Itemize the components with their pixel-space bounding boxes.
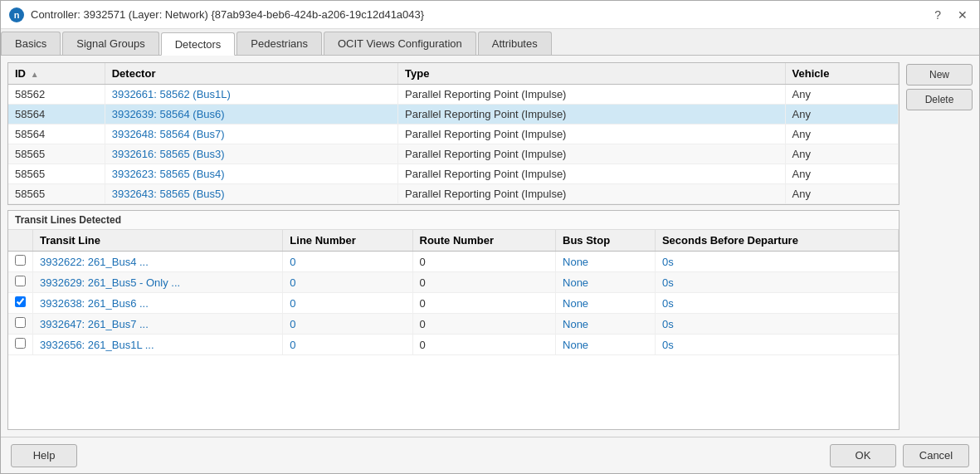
table-row[interactable]: 58564 3932639: 58564 (Bus6) Parallel Rep… (8, 105, 899, 125)
cell-checkbox[interactable] (8, 314, 33, 335)
tab-ocit-views[interactable]: OCIT Views Configuration (324, 32, 476, 55)
lower-table-wrapper[interactable]: Transit Line Line Number Route Number Bu… (8, 230, 899, 429)
list-item[interactable]: 3932629: 261_Bus5 - Only ... 0 0 None 0s (8, 272, 899, 293)
window-title: Controller: 3932571 (Layer: Network) {87… (31, 8, 424, 21)
cancel-button[interactable]: Cancel (903, 444, 969, 467)
cell-id: 58565 (8, 184, 105, 204)
cell-bus-stop: None (556, 314, 656, 335)
transit-checkbox[interactable] (15, 338, 26, 349)
detector-link[interactable]: 3932661: 58562 (Bus1L) (112, 88, 231, 100)
cell-id: 58565 (8, 164, 105, 184)
tab-pedestrians[interactable]: Pedestrians (236, 32, 322, 55)
app-icon: n (9, 7, 24, 22)
list-item[interactable]: 3932647: 261_Bus7 ... 0 0 None 0s (8, 314, 899, 335)
cell-checkbox[interactable] (8, 252, 33, 272)
title-bar-controls: ? ✕ (931, 7, 971, 23)
detector-link[interactable]: 3932616: 58565 (Bus3) (112, 148, 225, 160)
cell-line-number: 0 (283, 252, 412, 272)
main-panel: ID ▲ Detector Type Vehicle 58562 3932661… (7, 62, 900, 430)
lower-section: Transit Lines Detected Transit Line Line… (7, 210, 900, 430)
cell-bus-stop: None (556, 252, 656, 272)
delete-button[interactable]: Delete (906, 89, 973, 110)
cell-bus-stop: None (556, 293, 656, 314)
transit-checkbox[interactable] (15, 255, 26, 266)
cell-checkbox[interactable] (8, 335, 33, 355)
cell-vehicle: Any (785, 184, 898, 204)
lower-table: Transit Line Line Number Route Number Bu… (8, 230, 899, 355)
list-item[interactable]: 3932638: 261_Bus6 ... 0 0 None 0s (8, 293, 899, 314)
cell-detector: 3932639: 58564 (Bus6) (105, 105, 397, 125)
ok-button[interactable]: OK (830, 444, 896, 467)
tab-basics[interactable]: Basics (1, 32, 61, 55)
cell-detector: 3932661: 58562 (Bus1L) (105, 85, 397, 105)
cell-line-number: 0 (283, 335, 412, 355)
cell-id: 58562 (8, 85, 105, 105)
cell-bus-stop: None (556, 272, 656, 293)
col-bus-stop: Bus Stop (556, 230, 656, 252)
cell-route-number: 0 (412, 314, 556, 335)
cell-id: 58565 (8, 144, 105, 164)
cell-transit-line: 3932647: 261_Bus7 ... (33, 314, 283, 335)
cell-line-number: 0 (283, 314, 412, 335)
cell-detector: 3932643: 58565 (Bus5) (105, 184, 397, 204)
close-button[interactable]: ✕ (954, 7, 971, 23)
transit-line-link[interactable]: 3932656: 261_Bus1L ... (40, 339, 154, 351)
cell-checkbox[interactable] (8, 293, 33, 314)
cell-transit-line: 3932622: 261_Bus4 ... (33, 252, 283, 272)
detector-link[interactable]: 3932639: 58564 (Bus6) (112, 108, 225, 120)
help-title-button[interactable]: ? (931, 7, 944, 23)
cell-route-number: 0 (412, 335, 556, 355)
cell-vehicle: Any (785, 144, 898, 164)
cell-route-number: 0 (412, 293, 556, 314)
transit-checkbox[interactable] (15, 317, 26, 328)
table-row[interactable]: 58562 3932661: 58562 (Bus1L) Parallel Re… (8, 85, 899, 105)
cell-line-number: 0 (283, 293, 412, 314)
cell-route-number: 0 (412, 272, 556, 293)
tab-signal-groups[interactable]: Signal Groups (62, 32, 158, 55)
transit-checkbox[interactable] (15, 276, 26, 286)
tabs-bar: Basics Signal Groups Detectors Pedestria… (1, 29, 979, 56)
tab-detectors[interactable]: Detectors (161, 32, 236, 56)
cell-vehicle: Any (785, 85, 898, 105)
table-row[interactable]: 58565 3932623: 58565 (Bus4) Parallel Rep… (8, 164, 899, 184)
detector-link[interactable]: 3932623: 58565 (Bus4) (112, 168, 225, 180)
bottom-right: OK Cancel (830, 444, 969, 467)
cell-checkbox[interactable] (8, 272, 33, 293)
new-button[interactable]: New (906, 64, 973, 86)
cell-type: Parallel Reporting Point (Impulse) (398, 164, 785, 184)
cell-detector: 3932616: 58565 (Bus3) (105, 144, 397, 164)
cell-seconds: 0s (655, 272, 898, 293)
table-row[interactable]: 58565 3932643: 58565 (Bus5) Parallel Rep… (8, 184, 899, 204)
upper-table: ID ▲ Detector Type Vehicle 58562 3932661… (8, 63, 899, 204)
cell-seconds: 0s (655, 293, 898, 314)
transit-line-link[interactable]: 3932647: 261_Bus7 ... (40, 318, 149, 330)
cell-type: Parallel Reporting Point (Impulse) (398, 85, 785, 105)
side-buttons: New Delete (906, 62, 973, 430)
transit-line-link[interactable]: 3932622: 261_Bus4 ... (40, 256, 149, 268)
transit-line-link[interactable]: 3932638: 261_Bus6 ... (40, 297, 149, 310)
table-row[interactable]: 58565 3932616: 58565 (Bus3) Parallel Rep… (8, 144, 899, 164)
cell-vehicle: Any (785, 105, 898, 125)
table-row[interactable]: 58564 3932648: 58564 (Bus7) Parallel Rep… (8, 125, 899, 144)
help-button[interactable]: Help (11, 444, 77, 467)
col-route-number: Route Number (412, 230, 556, 252)
cell-bus-stop: None (556, 335, 656, 355)
cell-type: Parallel Reporting Point (Impulse) (398, 125, 785, 144)
col-line-number: Line Number (283, 230, 412, 252)
detector-link[interactable]: 3932643: 58565 (Bus5) (112, 188, 225, 200)
cell-id: 58564 (8, 105, 105, 125)
list-item[interactable]: 3932622: 261_Bus4 ... 0 0 None 0s (8, 252, 899, 272)
bottom-bar: Help OK Cancel (1, 437, 979, 473)
col-detector: Detector (105, 63, 397, 85)
upper-table-wrapper[interactable]: ID ▲ Detector Type Vehicle 58562 3932661… (8, 63, 899, 204)
transit-line-link[interactable]: 3932629: 261_Bus5 - Only ... (40, 276, 180, 289)
list-item[interactable]: 3932656: 261_Bus1L ... 0 0 None 0s (8, 335, 899, 355)
col-type: Type (398, 63, 785, 85)
col-seconds: Seconds Before Departure (655, 230, 898, 252)
tab-attributes[interactable]: Attributes (478, 32, 552, 55)
col-transit-line: Transit Line (33, 230, 283, 252)
transit-checkbox[interactable] (15, 296, 26, 307)
detector-link[interactable]: 3932648: 58564 (Bus7) (112, 128, 225, 140)
cell-transit-line: 3932629: 261_Bus5 - Only ... (33, 272, 283, 293)
title-bar: n Controller: 3932571 (Layer: Network) {… (1, 1, 979, 29)
